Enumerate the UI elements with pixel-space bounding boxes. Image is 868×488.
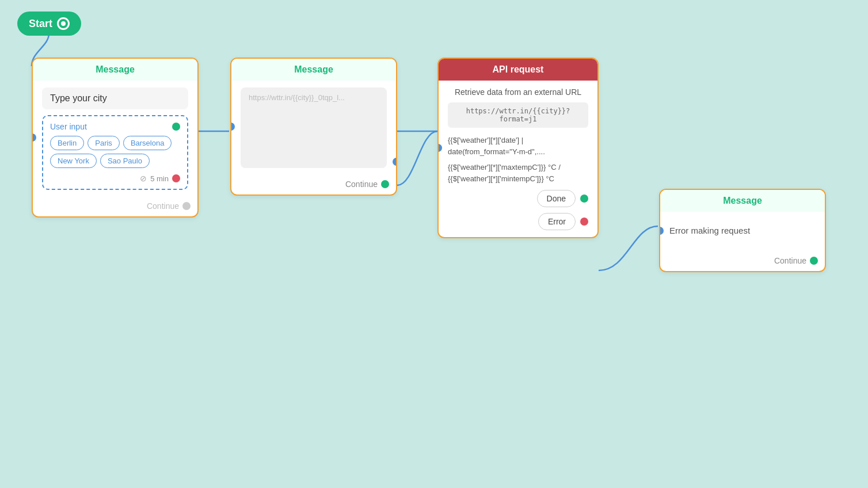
card3-template2: {{$['weather'][*]['maxtempC']}} °C / {{$… — [448, 162, 588, 184]
card1-continue-dot — [182, 202, 191, 210]
timer-value: 5 min — [150, 174, 169, 183]
card3-error-button[interactable]: Error — [538, 213, 576, 230]
card3-error-row: Error — [448, 213, 588, 230]
tag-barselona[interactable]: Barselona — [123, 136, 172, 150]
card3-done-row: Done — [448, 190, 588, 207]
start-inner-dot — [61, 21, 66, 26]
card2-continue-label: Continue — [345, 180, 378, 189]
card2-url-placeholder: https://wttr.in/{{city}}_0tqp_l... — [241, 87, 387, 168]
tag-paris[interactable]: Paris — [87, 136, 120, 150]
card2-header: Message — [231, 59, 396, 81]
tag-berlin[interactable]: Berlin — [50, 136, 84, 150]
card3-description: Retrieve data from an external URL — [448, 87, 588, 97]
card4-continue-row: Continue — [660, 251, 825, 271]
card1-continue-row: Continue — [33, 197, 197, 216]
tag-newyork[interactable]: New York — [50, 154, 97, 168]
card3-template1: {{$['weather'][*]['date'] | date(from_fo… — [448, 135, 588, 157]
card-message-1: Message Type your city User input Berlin… — [32, 58, 199, 218]
card1-header: Message — [33, 59, 197, 81]
start-icon — [57, 17, 70, 30]
card1-prompt: Type your city — [42, 87, 188, 109]
card4-continue-label: Continue — [774, 256, 806, 265]
timer-row: ⊘ 5 min — [50, 174, 180, 183]
card2-continue-row: Continue — [231, 175, 396, 195]
card2-continue-dot — [381, 180, 389, 188]
card3-error-dot — [580, 218, 588, 226]
card-error-message: Message Error making request Continue — [659, 189, 826, 272]
user-input-box: User input Berlin Paris Barselona New Yo… — [42, 115, 188, 190]
tag-saopaulo[interactable]: Sao Paulo — [100, 154, 150, 168]
timer-red-dot — [172, 174, 180, 182]
user-input-label: User input — [50, 122, 180, 131]
city-tags: Berlin Paris Barselona New York Sao Paul… — [50, 136, 180, 168]
card4-error-text: Error making request — [669, 219, 816, 245]
card3-url: https://wttr.in/{{city}}?format=j1 — [448, 102, 588, 128]
card3-done-button[interactable]: Done — [537, 190, 576, 207]
user-input-active-dot — [172, 123, 180, 131]
timer-icon: ⊘ — [140, 174, 147, 183]
card3-done-dot — [580, 195, 588, 203]
card3-header: API request — [439, 59, 597, 81]
start-button[interactable]: Start — [17, 12, 81, 36]
card1-continue-label: Continue — [147, 201, 179, 211]
card-api-request: API request Retrieve data from an extern… — [437, 58, 599, 238]
card2-right-connector — [393, 158, 397, 166]
card4-header: Message — [660, 190, 825, 212]
card4-continue-dot — [810, 257, 818, 265]
card-message-2: Message https://wttr.in/{{city}}_0tqp_l.… — [230, 58, 397, 196]
start-label: Start — [29, 18, 52, 30]
